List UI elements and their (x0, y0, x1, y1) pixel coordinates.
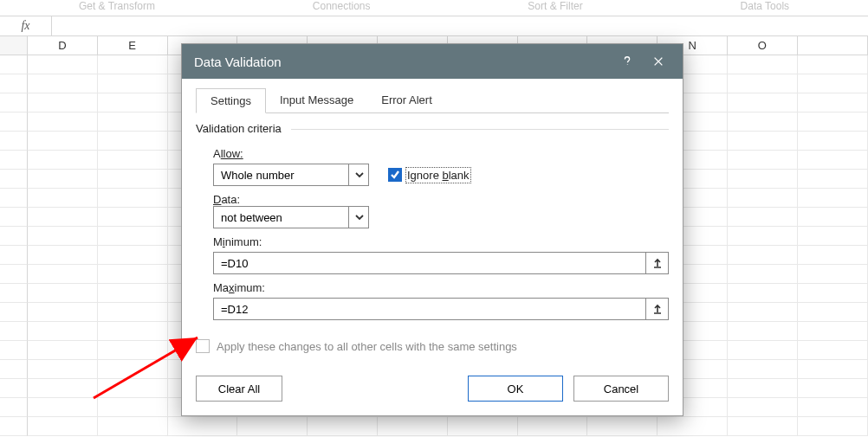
cell[interactable] (798, 93, 868, 112)
cell[interactable] (728, 284, 798, 303)
ok-button[interactable]: OK (468, 376, 563, 402)
cell[interactable] (798, 189, 868, 208)
row-header[interactable] (0, 170, 28, 189)
column-header[interactable]: E (98, 36, 168, 55)
cell[interactable] (168, 417, 238, 436)
formula-input[interactable] (52, 16, 868, 35)
cell[interactable] (728, 417, 798, 436)
cell[interactable] (28, 132, 98, 151)
row-header[interactable] (0, 208, 28, 227)
maximum-range-picker-button[interactable] (646, 298, 669, 320)
tab-error-alert[interactable]: Error Alert (367, 88, 446, 112)
cancel-button[interactable]: Cancel (573, 376, 669, 402)
row-header[interactable] (0, 398, 28, 417)
row-header[interactable] (0, 132, 28, 151)
cell[interactable] (98, 112, 168, 132)
cell[interactable] (28, 208, 98, 227)
cell[interactable] (98, 284, 168, 303)
column-header[interactable]: O (728, 36, 798, 55)
fx-label[interactable]: fx (0, 16, 52, 35)
cell[interactable] (728, 227, 798, 246)
cell[interactable] (28, 55, 98, 74)
cell[interactable] (28, 74, 98, 93)
cell[interactable] (798, 246, 868, 265)
cell[interactable] (98, 55, 168, 74)
cell[interactable] (728, 112, 798, 132)
cell[interactable] (28, 93, 98, 112)
cell[interactable] (98, 322, 168, 341)
cell[interactable] (798, 360, 868, 379)
cell[interactable] (28, 227, 98, 246)
cell[interactable] (98, 265, 168, 284)
cell[interactable] (798, 341, 868, 360)
cell[interactable] (28, 322, 98, 341)
cell[interactable] (28, 265, 98, 284)
column-header[interactable]: D (28, 36, 98, 55)
cell[interactable] (98, 74, 168, 93)
cell[interactable] (28, 151, 98, 170)
cell[interactable] (728, 322, 798, 341)
row-header[interactable] (0, 341, 28, 360)
cell[interactable] (98, 341, 168, 360)
cell[interactable] (728, 303, 798, 322)
data-select[interactable] (213, 206, 369, 228)
allow-value[interactable] (213, 164, 369, 186)
cell[interactable] (728, 55, 798, 74)
cell[interactable] (98, 398, 168, 417)
row-header[interactable] (0, 284, 28, 303)
row-header[interactable] (0, 417, 28, 436)
cell[interactable] (728, 379, 798, 398)
ignore-blank-label[interactable]: Ignore blank (407, 169, 470, 182)
column-header[interactable] (798, 36, 868, 55)
row-header[interactable] (0, 189, 28, 208)
cell[interactable] (798, 303, 868, 322)
cell[interactable] (98, 93, 168, 112)
cell[interactable] (798, 398, 868, 417)
cell[interactable] (728, 265, 798, 284)
help-button[interactable] (615, 49, 639, 74)
cell[interactable] (98, 132, 168, 151)
row-header[interactable] (0, 74, 28, 93)
tab-settings[interactable]: Settings (196, 88, 266, 113)
clear-all-button[interactable]: Clear All (196, 376, 282, 402)
cell[interactable] (98, 227, 168, 246)
cell[interactable] (98, 189, 168, 208)
dialog-titlebar[interactable]: Data Validation (182, 44, 683, 79)
cell[interactable] (728, 151, 798, 170)
row-header[interactable] (0, 93, 28, 112)
cell[interactable] (98, 208, 168, 227)
row-header[interactable] (0, 379, 28, 398)
data-value[interactable] (213, 206, 369, 228)
cell[interactable] (728, 208, 798, 227)
cell[interactable] (798, 74, 868, 93)
cell[interactable] (98, 151, 168, 170)
minimum-range-picker-button[interactable] (646, 252, 669, 274)
cell[interactable] (308, 417, 378, 436)
cell[interactable] (798, 322, 868, 341)
cell[interactable] (798, 55, 868, 74)
cell[interactable] (237, 417, 308, 436)
cell[interactable] (28, 189, 98, 208)
allow-select[interactable] (213, 164, 369, 186)
row-header[interactable] (0, 227, 28, 246)
cell[interactable] (798, 170, 868, 189)
cell[interactable] (98, 417, 168, 436)
tab-input-message[interactable]: Input Message (266, 88, 367, 112)
row-header[interactable] (0, 265, 28, 284)
row-header[interactable] (0, 303, 28, 322)
cell[interactable] (98, 303, 168, 322)
cell[interactable] (98, 170, 168, 189)
cell[interactable] (728, 341, 798, 360)
close-button[interactable] (646, 49, 670, 74)
row-header[interactable] (0, 151, 28, 170)
cell[interactable] (798, 112, 868, 132)
cell[interactable] (28, 112, 98, 132)
cell[interactable] (798, 284, 868, 303)
select-all-corner[interactable] (0, 36, 28, 55)
cell[interactable] (98, 379, 168, 398)
cell[interactable] (28, 417, 98, 436)
cell[interactable] (728, 398, 798, 417)
cell[interactable] (28, 284, 98, 303)
cell[interactable] (728, 360, 798, 379)
row-header[interactable] (0, 246, 28, 265)
